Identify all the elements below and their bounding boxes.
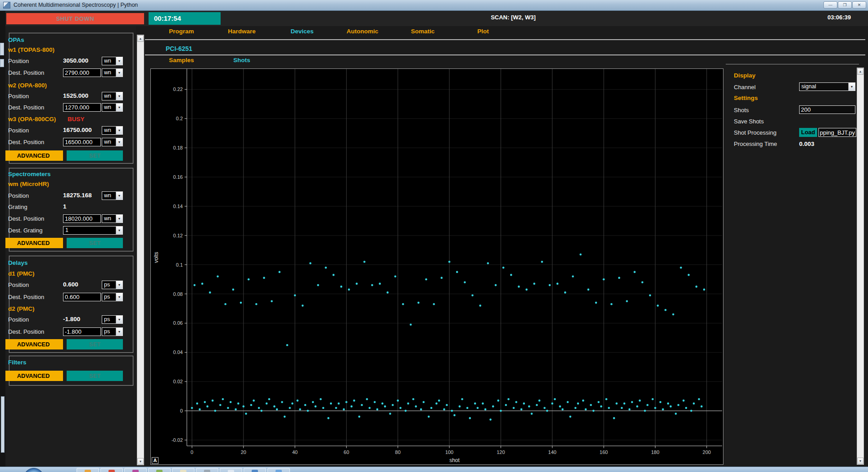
chevron-down-icon[interactable]: ▼ xyxy=(116,293,122,301)
app-icon xyxy=(3,2,10,9)
opas-advanced-button[interactable]: ADVANCED xyxy=(4,150,63,161)
w3-position-units-select[interactable]: wn ▼ xyxy=(102,126,123,135)
scroll-up-icon[interactable]: ▲ xyxy=(137,35,144,42)
taskbar-app-button[interactable] xyxy=(124,468,147,472)
w3-dest-position-input[interactable] xyxy=(63,138,101,146)
chevron-down-icon[interactable]: ▼ xyxy=(116,192,122,200)
shutdown-button[interactable]: SHUT DOWN xyxy=(6,13,144,24)
taskbar-app-button[interactable] xyxy=(77,468,99,472)
chevron-down-icon[interactable]: ▼ xyxy=(848,83,855,91)
d1-position-units-select[interactable]: ps ▼ xyxy=(102,281,123,289)
filters-advanced-button[interactable]: ADVANCED xyxy=(4,371,63,381)
minimize-icon[interactable]: — xyxy=(823,1,837,9)
shots-scatter-plot[interactable]: -0.0200.020.040.060.080.10.120.140.160.1… xyxy=(151,69,723,464)
close-icon[interactable]: ✕ xyxy=(852,1,866,9)
opa-w2-name: w2 (OPA-800) xyxy=(8,82,47,89)
taskbar-app-icon xyxy=(252,470,258,472)
w1-dest-units-value: wn xyxy=(102,69,116,77)
svg-text:0.14: 0.14 xyxy=(173,204,183,209)
filters-set-button[interactable]: SET xyxy=(67,371,123,381)
spectrometers-set-button[interactable]: SET xyxy=(67,238,123,248)
chevron-down-icon[interactable]: ▼ xyxy=(116,92,122,100)
w3-dest-units-value: wn xyxy=(102,138,116,146)
wm-position-value: 18275.168 xyxy=(63,192,102,199)
chevron-down-icon[interactable]: ▼ xyxy=(116,57,122,65)
window-titlebar[interactable]: Coherent Multidimensional Spectroscopy |… xyxy=(0,0,868,11)
taskbar-app-button[interactable] xyxy=(244,468,266,472)
tab-autonomic[interactable]: Autonomic xyxy=(332,28,393,35)
autoscale-button[interactable]: A xyxy=(152,457,158,464)
shots-count-input[interactable] xyxy=(799,105,855,114)
chevron-down-icon[interactable]: ▼ xyxy=(116,127,122,134)
opas-set-button[interactable]: SET xyxy=(67,150,123,161)
wm-position-units-select[interactable]: wn ▼ xyxy=(102,191,123,200)
delays-advanced-button[interactable]: ADVANCED xyxy=(4,339,63,349)
svg-text:0.2: 0.2 xyxy=(176,116,183,121)
svg-text:volts: volts xyxy=(153,252,159,263)
delays-set-button[interactable]: SET xyxy=(67,339,123,349)
chevron-down-icon[interactable]: ▼ xyxy=(116,227,122,234)
d2-dest-position-input[interactable] xyxy=(63,327,101,336)
scroll-down-icon[interactable]: ▼ xyxy=(857,458,863,464)
scroll-down-icon[interactable]: ▼ xyxy=(137,458,144,465)
shot-processing-label: Shot Processing xyxy=(734,129,777,136)
w2-dest-position-input[interactable] xyxy=(63,103,101,112)
w1-dest-position-input[interactable] xyxy=(63,68,101,77)
dest-position-label: Dest. Position xyxy=(8,328,44,335)
chevron-down-icon[interactable]: ▼ xyxy=(116,316,122,323)
load-script-button[interactable]: Load xyxy=(799,128,817,137)
tab-hardware[interactable]: Hardware xyxy=(212,28,272,35)
d2-dest-units-select[interactable]: ps ▼ xyxy=(102,327,123,336)
w3-position-units-value: wn xyxy=(102,127,116,134)
device-underline xyxy=(145,54,865,55)
spectrometers-advanced-button[interactable]: ADVANCED xyxy=(4,238,63,248)
d2-position-units-select[interactable]: ps ▼ xyxy=(102,315,123,324)
wm-dest-grating-select[interactable]: 1 ▼ xyxy=(63,226,123,235)
taskbar-app-button[interactable] xyxy=(148,468,171,472)
chevron-down-icon[interactable]: ▼ xyxy=(116,69,122,77)
chevron-down-icon[interactable]: ▼ xyxy=(116,215,122,222)
view-tab-samples[interactable]: Samples xyxy=(151,57,212,64)
tab-somatic[interactable]: Somatic xyxy=(393,28,453,35)
taskbar-app-button[interactable] xyxy=(100,468,123,472)
tab-plot[interactable]: Plot xyxy=(453,28,513,35)
center-scrollbar[interactable]: ▲ ▼ xyxy=(137,35,144,465)
channel-select[interactable]: signal ▼ xyxy=(799,82,855,91)
start-button-icon[interactable] xyxy=(23,468,44,472)
processing-script-input[interactable] xyxy=(818,128,856,137)
tab-devices[interactable]: Devices xyxy=(272,28,332,35)
dest-position-label: Dest. Position xyxy=(8,215,44,222)
taskbar-app-button[interactable] xyxy=(220,468,242,472)
background-window-fragment xyxy=(1,396,5,453)
taskbar[interactable] xyxy=(0,467,868,472)
taskbar-app-button[interactable] xyxy=(196,468,218,472)
taskbar-app-button[interactable] xyxy=(267,468,290,472)
spectrometer-wm-name: wm (MicroHR) xyxy=(8,181,49,187)
dest-position-label: Dest. Position xyxy=(8,69,44,76)
w2-dest-units-select[interactable]: wn ▼ xyxy=(102,103,123,112)
chevron-down-icon[interactable]: ▼ xyxy=(116,281,122,289)
right-scrollbar[interactable]: ▲ ▼ xyxy=(857,68,864,465)
w1-position-units-select[interactable]: wn ▼ xyxy=(102,57,123,65)
d1-position-units-value: ps xyxy=(102,281,116,289)
taskbar-app-button[interactable] xyxy=(172,468,194,472)
wm-dest-units-select[interactable]: wn ▼ xyxy=(102,214,123,223)
chevron-down-icon[interactable]: ▼ xyxy=(116,328,122,336)
wm-dest-units-value: wn xyxy=(102,215,116,222)
chevron-down-icon[interactable]: ▼ xyxy=(116,138,122,146)
wm-dest-position-input[interactable] xyxy=(63,214,101,223)
d1-dest-position-input[interactable] xyxy=(63,293,101,301)
tab-program[interactable]: Program xyxy=(151,28,212,35)
w1-position-units-value: wn xyxy=(102,57,116,65)
taskbar-app-icon xyxy=(180,470,186,472)
shots-plot-widget[interactable]: -0.0200.020.040.060.080.10.120.140.160.1… xyxy=(150,68,723,465)
w3-dest-units-select[interactable]: wn ▼ xyxy=(102,138,123,146)
restore-icon[interactable]: ❐ xyxy=(838,1,852,9)
w2-position-units-select[interactable]: wn ▼ xyxy=(102,92,123,100)
device-tab-pci6251[interactable]: PCI-6251 xyxy=(166,45,192,52)
chevron-down-icon[interactable]: ▼ xyxy=(116,104,122,111)
d1-dest-units-select[interactable]: ps ▼ xyxy=(102,293,123,301)
view-tab-shots[interactable]: Shots xyxy=(212,57,272,64)
w1-dest-units-select[interactable]: wn ▼ xyxy=(102,68,123,77)
scroll-up-icon[interactable]: ▲ xyxy=(857,68,863,75)
